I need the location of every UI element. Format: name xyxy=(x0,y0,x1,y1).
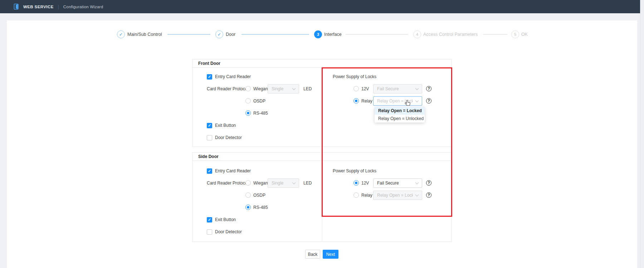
vertical-scrollbar[interactable] xyxy=(640,0,644,268)
step-3-label: Interface xyxy=(324,30,342,38)
chevron-down-icon xyxy=(415,181,419,184)
dropdown-option-unlocked[interactable]: Relay Open = Unlocked xyxy=(375,115,425,123)
section-divider xyxy=(322,68,322,147)
dropdown-option-locked[interactable]: Relay Open = Locked xyxy=(375,107,425,115)
chevron-down-icon xyxy=(415,193,419,196)
side-osdp-label: OSDP xyxy=(253,192,265,199)
check-icon: ✓ xyxy=(208,123,211,128)
front-relay-mode-value: Relay Open = Locked xyxy=(377,99,413,104)
check-icon: ✓ xyxy=(119,32,123,37)
navbar-separator: | xyxy=(58,4,59,9)
step-5-number: 5 xyxy=(514,32,516,37)
front-door-detector-checkbox[interactable] xyxy=(207,135,212,140)
section-divider xyxy=(322,161,322,242)
side-relay-mode-select[interactable]: Relay Open = Locked xyxy=(373,191,422,200)
front-12v-label: 12V xyxy=(361,85,369,92)
stepper-connector xyxy=(345,34,408,35)
front-relay-help-icon[interactable]: ? xyxy=(426,98,431,104)
side-power-supply-label: Power Supply of Locks xyxy=(333,167,376,174)
front-12v-help-icon[interactable]: ? xyxy=(426,86,431,91)
side-wiegand-radio[interactable] xyxy=(245,180,251,186)
chevron-down-icon xyxy=(415,99,419,102)
step-1-label: Main/Sub Control xyxy=(127,30,162,38)
side-12v-help-icon[interactable]: ? xyxy=(426,180,431,186)
side-door-header: Side Door xyxy=(192,153,452,161)
front-card-reader-protocol-label: Card Reader Protocol xyxy=(207,85,248,92)
step-4-number: 4 xyxy=(416,32,418,37)
check-icon: ✓ xyxy=(208,75,211,79)
stepper-connector xyxy=(167,34,210,35)
check-icon: ✓ xyxy=(218,32,221,37)
front-relay-label: Relay xyxy=(361,97,372,105)
step-2-circle: ✓ xyxy=(215,30,223,38)
step-3-number: 3 xyxy=(317,32,319,37)
step-5-label: OK xyxy=(521,30,528,38)
check-icon: ✓ xyxy=(208,217,211,222)
side-rs485-label: RS-485 xyxy=(253,204,268,211)
step-4-circle: 4 xyxy=(413,30,421,38)
front-entry-card-reader-label: Entry Card Reader xyxy=(215,73,251,80)
side-osdp-radio[interactable] xyxy=(245,192,251,198)
front-rs485-label: RS-485 xyxy=(253,110,268,117)
step-3-circle: 3 xyxy=(314,30,322,38)
side-12v-mode-value: Fail Secure xyxy=(377,181,399,186)
front-wiegand-radio[interactable] xyxy=(245,86,251,91)
side-entry-card-reader-label: Entry Card Reader xyxy=(215,167,251,174)
side-rs485-radio[interactable] xyxy=(245,205,251,210)
step-1-circle: ✓ xyxy=(117,30,125,38)
step-5-circle: 5 xyxy=(511,30,519,38)
front-12v-mode-value: Fail Secure xyxy=(377,86,399,91)
front-12v-radio[interactable] xyxy=(353,86,359,91)
front-entry-card-reader-checkbox[interactable]: ✓ xyxy=(207,74,212,80)
side-relay-help-icon[interactable]: ? xyxy=(426,192,431,198)
logo-door-icon xyxy=(14,4,20,10)
back-button[interactable]: Back xyxy=(305,250,320,259)
front-exit-button-label: Exit Button xyxy=(215,122,236,129)
side-12v-radio[interactable] xyxy=(353,180,359,186)
front-relay-radio[interactable] xyxy=(353,98,359,104)
front-12v-mode-select[interactable]: Fail Secure xyxy=(373,84,422,94)
step-4-label: Access Control Parameters xyxy=(423,30,478,38)
side-12v-mode-select[interactable]: Fail Secure xyxy=(373,178,422,188)
app-brand: WEB SERVICE xyxy=(23,5,54,9)
step-2-label: Door xyxy=(226,30,235,38)
relay-mode-dropdown-menu: Relay Open = Locked Relay Open = Unlocke… xyxy=(375,107,425,123)
front-relay-mode-select[interactable]: Relay Open = Locked xyxy=(373,96,422,106)
front-osdp-radio[interactable] xyxy=(245,98,251,104)
side-led-label: LED xyxy=(303,180,312,187)
front-exit-button-checkbox[interactable]: ✓ xyxy=(207,123,212,128)
page-title: Configuration Wizard xyxy=(63,5,103,9)
front-rs485-radio[interactable] xyxy=(245,110,251,116)
front-led-label: LED xyxy=(303,85,312,92)
side-relay-label: Relay xyxy=(361,192,372,199)
front-door-detector-label: Door Detector xyxy=(215,134,242,141)
side-12v-label: 12V xyxy=(361,180,369,187)
front-wiegand-mode-value: Single xyxy=(272,86,283,91)
chevron-down-icon xyxy=(292,181,296,184)
stepper-connector xyxy=(241,34,309,35)
side-relay-radio[interactable] xyxy=(353,192,359,198)
chevron-down-icon xyxy=(292,86,296,90)
side-exit-button-label: Exit Button xyxy=(215,216,236,223)
stepper-connector xyxy=(483,34,508,35)
top-navbar: WEB SERVICE | Configuration Wizard xyxy=(0,0,640,13)
front-osdp-label: OSDP xyxy=(253,97,265,105)
front-wiegand-mode-select[interactable]: Single xyxy=(268,84,299,94)
side-exit-button-checkbox[interactable]: ✓ xyxy=(207,217,212,222)
check-icon: ✓ xyxy=(208,169,211,173)
next-button[interactable]: Next xyxy=(323,250,338,259)
side-relay-mode-value: Relay Open = Locked xyxy=(377,193,413,198)
side-door-detector-checkbox[interactable] xyxy=(207,229,212,235)
side-entry-card-reader-checkbox[interactable]: ✓ xyxy=(207,168,212,174)
side-card-reader-protocol-label: Card Reader Protocol xyxy=(207,180,248,187)
side-door-detector-label: Door Detector xyxy=(215,228,242,235)
front-power-supply-label: Power Supply of Locks xyxy=(333,73,376,80)
side-wiegand-mode-select[interactable]: Single xyxy=(268,178,299,188)
side-wiegand-mode-value: Single xyxy=(272,181,283,186)
chevron-down-icon xyxy=(415,86,419,90)
front-door-header: Front Door xyxy=(192,59,452,68)
